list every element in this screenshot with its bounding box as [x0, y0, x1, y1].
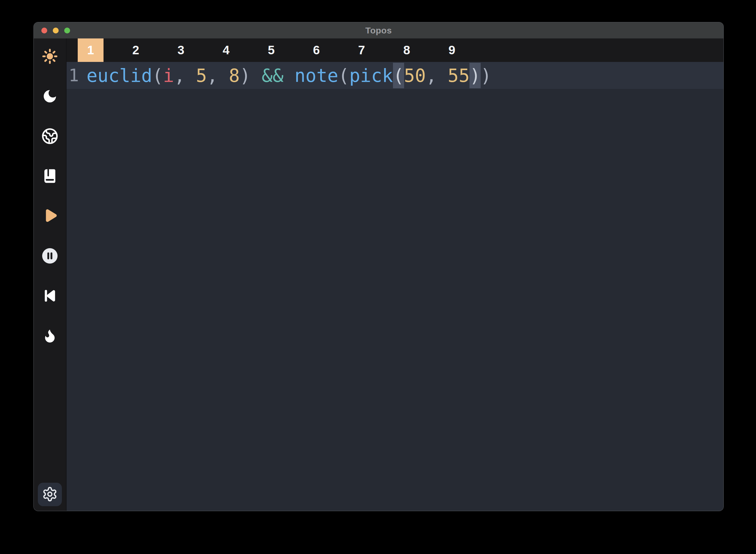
code-token: euclid — [86, 65, 152, 86]
sidebar-item-rewind[interactable] — [38, 284, 62, 308]
code-token: ) — [481, 65, 492, 86]
sidebar-item-docs[interactable] — [38, 165, 62, 188]
sidebar-item-dark-theme[interactable] — [38, 85, 62, 108]
sidebar — [34, 39, 67, 511]
settings-button[interactable] — [38, 483, 62, 506]
tab-8[interactable]: 8 — [394, 39, 420, 62]
line-number: 1 — [67, 65, 79, 86]
sun-icon — [42, 48, 58, 65]
tab-5[interactable]: 5 — [258, 39, 284, 62]
code-token: 55 — [448, 65, 470, 86]
code-token: ( — [393, 63, 404, 88]
tab-1[interactable]: 1 — [78, 39, 104, 62]
earth-icon — [41, 128, 58, 146]
flame-icon — [42, 327, 58, 345]
sidebar-item-flame[interactable] — [38, 324, 62, 348]
code-token: i — [163, 65, 174, 86]
code-token — [284, 65, 295, 86]
gear-icon — [42, 486, 58, 503]
app-window: Topos 123456789 1 euclid(i, 5, 8) && not… — [34, 22, 724, 511]
tab-3[interactable]: 3 — [168, 39, 194, 62]
traffic-lights — [41, 22, 70, 39]
code-content: euclid(i, 5, 8) && note(pick(50, 55)) — [86, 65, 492, 86]
window-title: Topos — [365, 25, 392, 36]
tab-2[interactable]: 2 — [123, 39, 149, 62]
sidebar-item-play[interactable] — [38, 205, 62, 228]
tab-7[interactable]: 7 — [349, 39, 374, 62]
skip-back-icon — [42, 288, 58, 305]
code-token: && — [262, 65, 284, 86]
code-token: ( — [338, 65, 349, 86]
tab-9[interactable]: 9 — [439, 39, 465, 62]
play-icon — [41, 207, 59, 226]
minimize-button[interactable] — [53, 27, 59, 34]
sidebar-item-pause[interactable] — [38, 244, 62, 268]
sidebar-item-light-theme[interactable] — [38, 45, 62, 68]
tab-bar: 123456789 — [67, 39, 723, 62]
book-icon — [42, 168, 58, 185]
tab-4[interactable]: 4 — [213, 39, 239, 62]
code-token: , — [207, 65, 229, 86]
code-token: pick — [349, 65, 393, 86]
code-token: 50 — [404, 65, 426, 86]
sidebar-item-globe[interactable] — [38, 125, 62, 148]
tab-6[interactable]: 6 — [304, 39, 329, 62]
code-token: 5 — [196, 65, 207, 86]
code-token: ) — [469, 63, 480, 88]
titlebar[interactable]: Topos — [34, 22, 723, 39]
pause-icon — [41, 247, 59, 266]
code-token: , — [426, 65, 448, 86]
moon-icon — [42, 88, 58, 105]
content-area: 123456789 1 euclid(i, 5, 8) && note(pick… — [67, 39, 723, 511]
main-area: 123456789 1 euclid(i, 5, 8) && note(pick… — [34, 39, 723, 511]
code-token: 8 — [229, 65, 240, 86]
desktop-background: Topos 123456789 1 euclid(i, 5, 8) && not… — [0, 0, 756, 554]
code-token: ( — [152, 65, 163, 86]
code-token: note — [295, 65, 338, 86]
active-code-line: 1 euclid(i, 5, 8) && note(pick(50, 55)) — [67, 62, 723, 89]
code-editor[interactable]: 1 euclid(i, 5, 8) && note(pick(50, 55)) — [67, 62, 723, 511]
code-token: ) — [240, 65, 262, 86]
zoom-button[interactable] — [64, 27, 70, 34]
code-token: , — [174, 65, 196, 86]
close-button[interactable] — [41, 27, 47, 34]
